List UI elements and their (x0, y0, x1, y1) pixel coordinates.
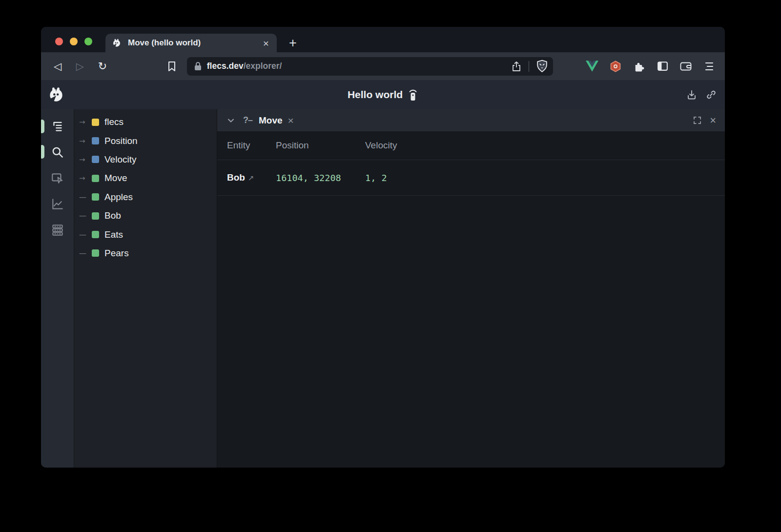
tree-item-label: Eats (104, 229, 123, 240)
hierarchy-panel-icon[interactable] (50, 119, 65, 134)
forward-button[interactable]: ▷ (73, 60, 87, 73)
tree-item-label: flecs (104, 117, 123, 127)
tree-connector[interactable]: → (79, 118, 92, 126)
entity-tree-panel: → flecs → Position → Velocity → Move — (74, 109, 217, 468)
entity-cell: Bob↗ (217, 172, 276, 183)
entity-kind-square (92, 137, 99, 144)
query-prefix: ?– (243, 115, 252, 125)
zoom-window-button[interactable] (84, 38, 92, 45)
tab-close-icon[interactable]: × (261, 38, 271, 48)
menu-icon[interactable] (702, 60, 716, 73)
tree-connector: — (79, 193, 92, 202)
entity-kind-square (92, 249, 99, 257)
url-bar[interactable]: flecs.dev/explorer/ (187, 57, 553, 76)
url-domain: flecs.dev (207, 61, 244, 71)
tab-title: Move (hello world) (128, 38, 261, 48)
hexagon-extension-icon[interactable] (609, 60, 622, 73)
query-name[interactable]: Move (259, 115, 283, 126)
flecs-favicon-icon (111, 38, 122, 48)
panel-close-icon[interactable]: × (710, 115, 716, 126)
entity-kind-square (92, 231, 99, 238)
download-icon[interactable] (686, 89, 698, 101)
close-window-button[interactable] (55, 38, 63, 45)
header-actions (686, 80, 717, 109)
results-table-header: Entity Position Velocity (217, 131, 725, 160)
reload-button[interactable]: ↻ (96, 60, 109, 73)
tree-item[interactable]: → Move (74, 169, 217, 187)
active-panel-indicator-hierarchy (41, 120, 44, 133)
tree-connector: — (79, 211, 92, 220)
entity-kind-square (92, 193, 99, 201)
minimize-window-button[interactable] (70, 38, 78, 45)
entity-kind-square (92, 119, 99, 126)
vue-devtools-icon[interactable] (585, 60, 599, 73)
tree-connector[interactable]: → (79, 174, 92, 183)
tree-item-label: Velocity (104, 154, 136, 165)
tree-item[interactable]: → flecs (74, 113, 217, 131)
page-title: Hello world (348, 89, 403, 101)
fullscreen-icon[interactable] (692, 115, 702, 125)
stats-panel-icon[interactable] (50, 223, 65, 237)
chart-panel-icon[interactable] (50, 197, 65, 211)
tree-connector: — (79, 249, 92, 258)
tree-item[interactable]: → Velocity (74, 150, 217, 169)
brave-shield-icon[interactable] (536, 60, 548, 73)
browser-tab[interactable]: Move (hello world) × (105, 34, 277, 52)
lock-icon (194, 61, 202, 71)
tree-item[interactable]: — Apples (74, 188, 217, 206)
query-close-icon[interactable]: × (288, 115, 294, 125)
panel-icon-strip (41, 109, 74, 468)
extensions-puzzle-icon[interactable] (632, 60, 646, 73)
entity-kind-square (92, 175, 99, 182)
urlbar-divider (529, 61, 529, 72)
tree-item-label: Position (104, 136, 138, 146)
tree-item-label: Pears (104, 248, 129, 259)
table-row[interactable]: Bob↗ 16104, 32208 1, 2 (217, 160, 725, 196)
column-header-entity: Entity (217, 140, 276, 151)
wallet-icon[interactable] (679, 60, 693, 73)
entity-kind-square (92, 156, 99, 163)
entity-kind-square (92, 212, 99, 220)
tree-item[interactable]: — Pears (74, 244, 217, 263)
active-panel-indicator-search (41, 145, 44, 159)
search-panel-icon[interactable] (50, 145, 65, 160)
query-panel: ?– Move × × Entity Position Velocity (217, 109, 725, 468)
entity-name: Bob (227, 172, 245, 183)
share-icon[interactable] (511, 61, 522, 72)
tab-bar: Move (hello world) × + (41, 27, 725, 52)
traffic-lights (55, 38, 92, 45)
tree-item-label: Bob (104, 210, 121, 221)
tree-connector: — (79, 230, 92, 239)
velocity-value: 1, 2 (365, 173, 725, 183)
open-entity-icon[interactable]: ↗ (248, 174, 254, 183)
tree-connector[interactable]: → (79, 137, 92, 145)
browser-toolbar: ◁ ▷ ↻ flecs.dev/explorer/ (41, 52, 725, 80)
bookmark-icon[interactable] (165, 60, 179, 73)
browser-window: Move (hello world) × + ◁ ▷ ↻ flecs.dev/e… (41, 27, 725, 468)
back-button[interactable]: ◁ (51, 60, 64, 73)
url-path: /explorer/ (244, 61, 282, 71)
tree-item-label: Apples (104, 192, 133, 203)
query-panel-header: ?– Move × × (217, 109, 725, 131)
extensions-area (585, 60, 716, 73)
link-icon[interactable] (705, 89, 717, 101)
tree-connector[interactable]: → (79, 155, 92, 164)
collapse-chevron-icon[interactable] (226, 116, 236, 125)
tree-item-label: Move (104, 173, 127, 184)
sidebar-toggle-icon[interactable] (656, 60, 669, 73)
column-header-velocity: Velocity (365, 140, 725, 151)
page-title-area: Hello world (41, 88, 725, 102)
explorer-content: → flecs → Position → Velocity → Move — (41, 109, 725, 468)
new-tab-button[interactable]: + (285, 36, 301, 50)
position-value: 16104, 32208 (276, 173, 365, 183)
inspector-panel-icon[interactable] (50, 171, 65, 185)
tree-item[interactable]: — Bob (74, 206, 217, 225)
remote-connection-icon (408, 88, 418, 102)
tree-item[interactable]: → Position (74, 131, 217, 150)
column-header-position: Position (276, 140, 365, 151)
explorer-header: Hello world (41, 80, 725, 109)
tree-item[interactable]: — Eats (74, 225, 217, 244)
